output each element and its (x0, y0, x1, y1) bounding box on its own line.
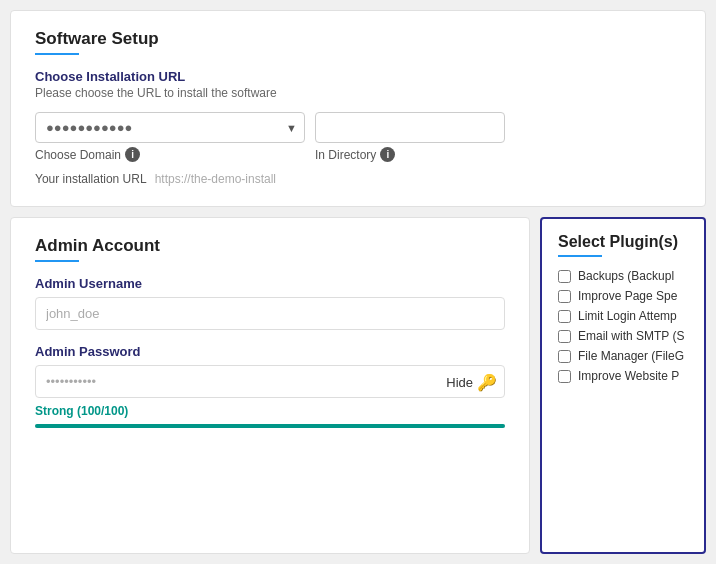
install-url-value: https://the-demo-install (155, 172, 276, 186)
password-input[interactable] (35, 365, 505, 398)
strength-bar-fill (35, 424, 505, 428)
domain-field-label: Choose Domain i (35, 147, 305, 162)
plugin-list-item: File Manager (FileG (558, 349, 688, 363)
install-url-row: Your installation URL https://the-demo-i… (35, 172, 681, 186)
password-input-wrapper: Hide 🔑 (35, 365, 505, 398)
domain-label-text: Choose Domain (35, 148, 121, 162)
plugin-list-item: Email with SMTP (S (558, 329, 688, 343)
username-label: Admin Username (35, 276, 505, 291)
domain-select[interactable]: ●●●●●●●●●●● (35, 112, 305, 143)
admin-account-title: Admin Account (35, 236, 505, 256)
plugin-checkbox-3[interactable] (558, 330, 571, 343)
username-input[interactable] (35, 297, 505, 330)
domain-info-icon[interactable]: i (125, 147, 140, 162)
password-label: Admin Password (35, 344, 505, 359)
plugin-item-label: Improve Website P (578, 369, 679, 383)
plugin-checkbox-2[interactable] (558, 310, 571, 323)
domain-select-wrapper: ●●●●●●●●●●● ▼ (35, 112, 305, 143)
choose-url-sublabel: Please choose the URL to install the sof… (35, 86, 681, 100)
directory-field-label: In Directory i (315, 147, 445, 162)
password-group: Admin Password Hide 🔑 Strong (100/100) (35, 344, 505, 428)
hide-password-button[interactable]: Hide 🔑 (446, 372, 497, 391)
choose-url-label: Choose Installation URL (35, 69, 681, 84)
admin-account-card: Admin Account Admin Username Admin Passw… (10, 217, 530, 554)
software-setup-title: Software Setup (35, 29, 681, 49)
url-row: ●●●●●●●●●●● ▼ (35, 112, 681, 143)
plugin-list-item: Backups (Backupl (558, 269, 688, 283)
plugin-list-item: Limit Login Attemp (558, 309, 688, 323)
plugin-item-label: Email with SMTP (S (578, 329, 684, 343)
directory-input[interactable] (315, 112, 505, 143)
plugin-item-label: File Manager (FileG (578, 349, 684, 363)
plugin-checkbox-0[interactable] (558, 270, 571, 283)
software-setup-underline (35, 53, 79, 55)
key-icon: 🔑 (477, 372, 497, 391)
plugin-item-label: Backups (Backupl (578, 269, 674, 283)
strength-bar-bg (35, 424, 505, 428)
plugin-checkbox-5[interactable] (558, 370, 571, 383)
directory-info-icon[interactable]: i (380, 147, 395, 162)
install-url-label: Your installation URL (35, 172, 147, 186)
select-plugins-card: Select Plugin(s) Backups (BackuplImprove… (540, 217, 706, 554)
username-group: Admin Username (35, 276, 505, 330)
main-container: Software Setup Choose Installation URL P… (0, 0, 716, 564)
plugin-list-item: Improve Page Spe (558, 289, 688, 303)
plugin-item-label: Improve Page Spe (578, 289, 677, 303)
admin-account-underline (35, 260, 79, 262)
plugin-checkbox-1[interactable] (558, 290, 571, 303)
labels-row: Choose Domain i In Directory i (35, 147, 681, 162)
plugin-item-label: Limit Login Attemp (578, 309, 677, 323)
plugin-list-item: Improve Website P (558, 369, 688, 383)
plugin-checkbox-4[interactable] (558, 350, 571, 363)
plugin-list: Backups (BackuplImprove Page SpeLimit Lo… (558, 269, 688, 383)
hide-label: Hide (446, 374, 473, 389)
plugins-title: Select Plugin(s) (558, 233, 688, 251)
strength-label: Strong (100/100) (35, 404, 505, 418)
plugins-underline (558, 255, 602, 257)
bottom-row: Admin Account Admin Username Admin Passw… (10, 217, 706, 554)
software-setup-card: Software Setup Choose Installation URL P… (10, 10, 706, 207)
directory-label-text: In Directory (315, 148, 376, 162)
